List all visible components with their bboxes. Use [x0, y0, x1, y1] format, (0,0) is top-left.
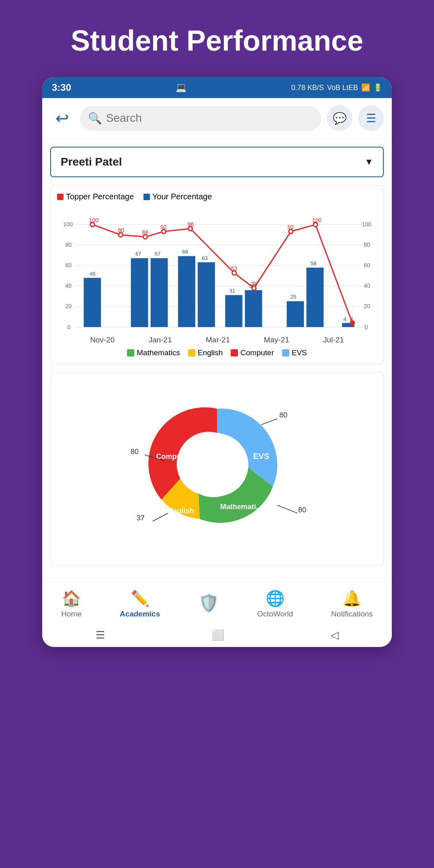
topper-legend: Topper Percentage	[57, 192, 134, 201]
svg-text:38: 38	[251, 281, 258, 287]
your-legend: Your Percentage	[143, 192, 212, 201]
bar-jul21-1	[287, 301, 304, 327]
back-icon: ↩	[55, 109, 69, 127]
status-time: 3:30	[52, 82, 71, 93]
nav-home[interactable]: 🏠 Home	[61, 590, 82, 618]
svg-text:69: 69	[182, 249, 188, 255]
svg-text:100: 100	[89, 217, 99, 223]
svg-text:63: 63	[202, 255, 208, 261]
x-label-2: Jan-21	[149, 336, 172, 344]
academics-icon: ✏️	[131, 590, 149, 607]
chat-button[interactable]: 💬	[327, 105, 352, 131]
bar-jan21-2	[151, 258, 168, 327]
evs-line	[261, 419, 277, 425]
notification-icon: 🔔	[342, 590, 361, 607]
bar-mar21-1	[178, 256, 195, 327]
x-label-3: Mar-21	[206, 336, 230, 344]
search-icon: 🔍	[88, 112, 102, 125]
x-label-5: Jul-21	[323, 336, 344, 344]
system-bar: ☰ ⬜ ◁	[42, 623, 392, 647]
search-bar[interactable]: 🔍	[80, 106, 321, 131]
bar-chart-legend: Topper Percentage Your Percentage	[57, 192, 377, 201]
svg-text:92: 92	[288, 224, 294, 230]
svg-text:100: 100	[362, 221, 371, 227]
svg-text:31: 31	[229, 288, 235, 294]
nav-academics[interactable]: ✏️ Academics	[120, 590, 160, 618]
chat-icon: 💬	[333, 112, 347, 125]
svg-text:48: 48	[90, 271, 96, 277]
network-indicator: VoB LtEB	[327, 84, 358, 92]
bottom-navigation: 🏠 Home ✏️ Academics 🛡️ 🌐 OctoWorld 🔔 Not…	[42, 582, 392, 623]
bar-may21-2	[245, 290, 262, 327]
math-line	[277, 505, 297, 513]
svg-text:60: 60	[364, 262, 370, 268]
svg-text:58: 58	[311, 260, 317, 266]
english-line	[153, 513, 168, 521]
nav-notifications[interactable]: 🔔 Notifications	[331, 590, 373, 618]
chevron-down-icon: ▼	[364, 157, 373, 167]
svg-text:25: 25	[291, 294, 297, 300]
menu-icon: ☰	[366, 112, 376, 125]
svg-text:60: 60	[65, 262, 72, 268]
subject-computer-label: Computer	[240, 348, 274, 357]
svg-text:96: 96	[188, 221, 194, 227]
bar-chart-section: Topper Percentage Your Percentage 0 20 4…	[50, 185, 384, 364]
top-bar: ↩ 🔍 💬 ☰	[42, 98, 392, 139]
student-dropdown[interactable]: Preeti Patel ▼	[50, 147, 384, 177]
svg-text:4: 4	[350, 316, 353, 322]
phone-frame: 3:30 💻 0.78 KB/S VoB LtEB 📶 🔋 ↩ 🔍 💬 ☰	[42, 77, 392, 647]
donut-chart-section: EVS Mathemati... English Compute... 80 8…	[50, 372, 384, 566]
laptop-icon: 💻	[176, 82, 186, 92]
svg-text:0: 0	[364, 324, 368, 330]
status-bar: 3:30 💻 0.78 KB/S VoB LtEB 📶 🔋	[42, 77, 392, 98]
bar-chart-area: 0 20 40 60 80 100 0 20 40 60 80 100	[57, 205, 377, 334]
donut-chart-svg: EVS Mathemati... English Compute... 80 8…	[117, 381, 317, 557]
svg-text:40: 40	[364, 283, 370, 289]
svg-text:80: 80	[364, 242, 370, 248]
svg-text:100: 100	[312, 217, 322, 223]
svg-text:4: 4	[343, 316, 346, 322]
home-sys-icon: ⬜	[211, 629, 224, 641]
your-label: Your Percentage	[152, 192, 212, 201]
svg-text:53: 53	[231, 265, 237, 272]
nav-octoworld[interactable]: 🌐 OctoWorld	[257, 590, 293, 618]
bar-mar21-2	[198, 262, 215, 327]
search-input[interactable]	[106, 112, 313, 125]
page-title: Student Performance	[71, 0, 363, 77]
status-right: 0.78 KB/S VoB LtEB 📶 🔋	[291, 83, 382, 92]
x-label-4: May-21	[264, 336, 289, 344]
menu-sys-icon: ☰	[96, 629, 105, 641]
bar-jan21-1	[131, 258, 148, 327]
svg-text:92: 92	[160, 224, 167, 230]
signal-icon: 📶	[361, 83, 370, 92]
svg-text:67: 67	[135, 251, 141, 257]
svg-text:90: 90	[118, 227, 124, 233]
donut-english-label: English	[168, 507, 194, 515]
battery-icon: 🔋	[373, 83, 382, 92]
back-sys-icon: ◁	[331, 629, 339, 641]
nav-notifications-label: Notifications	[331, 610, 373, 618]
nav-home-label: Home	[61, 610, 82, 618]
svg-text:100: 100	[63, 221, 73, 227]
status-icons: 💻	[176, 82, 186, 93]
subject-evs-label: EVS	[292, 348, 307, 357]
subject-legend: Mathematics English Computer EVS	[57, 348, 377, 357]
center-icon: 🛡️	[198, 593, 219, 613]
nav-center[interactable]: 🛡️	[198, 593, 219, 615]
back-button[interactable]: ↩	[50, 106, 74, 130]
subject-english: English	[188, 348, 223, 357]
menu-button[interactable]: ☰	[358, 105, 384, 131]
svg-text:88: 88	[142, 229, 148, 235]
bar-may21-1	[225, 295, 242, 327]
evs-value: 80	[279, 411, 287, 419]
subject-computer: Computer	[231, 348, 274, 357]
nav-academics-label: Academics	[120, 610, 160, 618]
svg-text:80: 80	[65, 242, 72, 248]
donut-evs-label: EVS	[253, 452, 269, 461]
bar-nov20-your	[84, 278, 101, 327]
subject-english-label: English	[198, 348, 223, 357]
octoworld-icon: 🌐	[266, 590, 285, 607]
donut-math-label: Mathemati...	[220, 503, 262, 511]
speed-indicator: 0.78 KB/S	[291, 84, 324, 92]
student-name: Preeti Patel	[61, 156, 122, 168]
